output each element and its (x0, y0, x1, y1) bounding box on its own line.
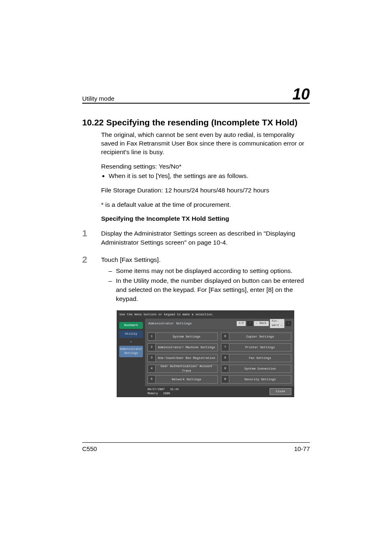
footer-page-number: 10-77 (294, 445, 310, 452)
status-left: 09/27/2007 15:44 Memory 100% (148, 388, 179, 396)
footer-model: C550 (82, 445, 97, 452)
menu-printer-settings[interactable]: 7Printer Settings (221, 343, 291, 352)
page-indicator: 1/2 (237, 321, 246, 326)
storage-line: File Storage Duration: 12 hours/24 hours… (101, 186, 310, 195)
header-section-name: Utility mode (82, 95, 114, 102)
pager: 1/2 ↑ ← Back For-ward → ↓ (237, 319, 291, 328)
page: Utility mode 10 10.22 Specifying the res… (0, 0, 392, 555)
breadcrumb-text: Administrator Settings (148, 321, 192, 325)
panel-statusbar: 09/27/2007 15:44 Memory 100% Close (145, 386, 294, 397)
menu-fax-settings[interactable]: 8Fax Settings (221, 354, 291, 362)
menu-network-settings[interactable]: 5Network Settings (148, 375, 218, 384)
menu-system-settings[interactable]: 1System Settings (148, 333, 218, 341)
menu-admin-machine[interactable]: 2Administrator/ Machine Settings (148, 343, 218, 352)
running-header: Utility mode 10 (82, 86, 310, 104)
subheading: Specifying the Incomplete TX Hold Settin… (101, 215, 310, 223)
panel-sidebar: Bookmark Utility ▾ Administrator Setting… (117, 319, 145, 397)
menu-user-auth[interactable]: 4User Authentication/ Account Track (148, 365, 218, 373)
section-body: The original, which cannot be sent even … (101, 131, 310, 223)
step-1-text: Display the Administrator Settings scree… (101, 229, 310, 247)
panel-main: Administrator Settings 1/2 ↑ ← Back For-… (145, 319, 294, 397)
chevron-down-icon: ▾ (118, 340, 144, 344)
header-chapter-number: 10 (293, 86, 310, 102)
step-number: 1 (82, 229, 101, 249)
forward-button[interactable]: For-ward → (270, 319, 284, 328)
step-1: 1 Display the Administrator Settings scr… (82, 229, 310, 249)
menu-system-connection[interactable]: 9System Connection (221, 365, 291, 373)
back-button[interactable]: ← Back (254, 321, 268, 326)
step-2-sub-1: Some items may not be displayed accordin… (116, 266, 310, 275)
section-title: 10.22 Specifying the resending (Incomple… (82, 118, 310, 127)
dash-icon: – (108, 266, 116, 275)
menu-left-column: 1System Settings 2Administrator/ Machine… (148, 333, 218, 384)
step-2: 2 Touch [Fax Settings]. – Some items may… (82, 255, 310, 398)
panel-hint: Use the menu buttons or keypad to make a… (117, 311, 294, 319)
default-note: * is a default value at the time of proc… (101, 201, 310, 209)
dash-icon: – (108, 276, 116, 303)
close-button[interactable]: Close (270, 388, 291, 395)
page-footer: C550 10-77 (82, 442, 310, 452)
step-2-text: Touch [Fax Settings]. (101, 255, 310, 264)
bookmark-button[interactable]: Bookmark (119, 322, 143, 329)
menu-right-column: 6Copier Settings 7Printer Settings 8Fax … (221, 333, 291, 384)
menu-copier-settings[interactable]: 6Copier Settings (221, 333, 291, 341)
menu-onetouch-userbox[interactable]: 3One-Touch/User Box Registration (148, 354, 218, 362)
utility-button[interactable]: Utility (119, 331, 143, 338)
resending-line: Resending settings: Yes/No* (101, 162, 310, 171)
arrow-down-icon[interactable]: ↓ (286, 321, 291, 326)
panel-breadcrumb: Administrator Settings 1/2 ↑ ← Back For-… (145, 319, 294, 330)
administrator-settings-button[interactable]: Administrator Settings (119, 346, 143, 357)
step-number: 2 (82, 255, 101, 398)
arrow-up-icon[interactable]: ↑ (247, 321, 253, 326)
menu-security-settings[interactable]: 0Security Settings (221, 375, 291, 384)
step-2-sub-2: In the Utility mode, the number displaye… (116, 276, 310, 303)
intro-paragraph: The original, which cannot be sent even … (101, 131, 310, 157)
device-panel: Use the menu buttons or keypad to make a… (117, 310, 294, 397)
resending-note: When it is set to [Yes], the settings ar… (109, 172, 310, 180)
